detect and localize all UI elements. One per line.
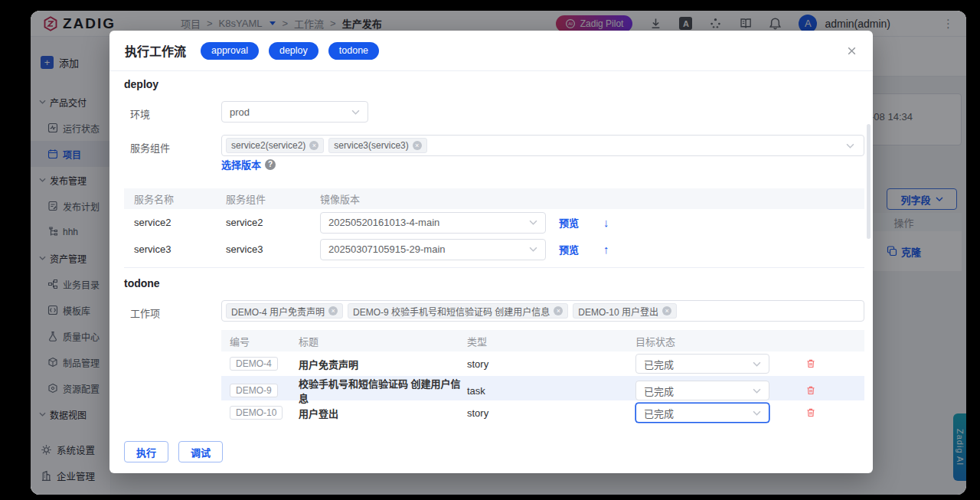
work-item-tag-label: DEMO-9 校验手机号和短信验证码 创建用户信息: [353, 305, 550, 318]
work-item-title: 校验手机号和短信验证码 创建用户信息: [299, 376, 467, 405]
service-name: service2: [134, 217, 226, 228]
remove-tag-icon[interactable]: ×: [554, 306, 563, 315]
chevron-down-icon: [753, 388, 761, 394]
work-item-id-badge: DEMO-9: [230, 384, 278, 397]
work-item-type: story: [467, 407, 635, 419]
table-header-row: 编号 标题 类型 目标状态: [221, 330, 864, 351]
choose-version-label: 选择版本: [221, 157, 261, 172]
remove-tag-icon[interactable]: ×: [328, 306, 338, 315]
stage-pill-todone[interactable]: todone: [328, 42, 379, 60]
work-item-tag: DEMO-4 用户免责声明 ×: [226, 303, 343, 319]
debug-button[interactable]: 调试: [178, 441, 223, 462]
chevron-down-icon: [753, 361, 761, 367]
work-items-multiselect[interactable]: DEMO-4 用户免责声明 × DEMO-9 校验手机号和短信验证码 创建用户信…: [221, 300, 864, 322]
stage-pill-deploy[interactable]: deploy: [269, 42, 318, 60]
execute-workflow-modal: 执行工作流 approval deploy todone deploy 环境 p…: [109, 31, 873, 473]
stage-pills: approval deploy todone: [201, 42, 379, 60]
deploy-section-heading: deploy: [124, 78, 158, 90]
env-value: prod: [230, 106, 250, 118]
preview-link[interactable]: 预览: [559, 215, 603, 230]
work-item-title: 用户登出: [299, 406, 467, 420]
service-tag: service3(service3) ×: [328, 138, 426, 153]
col-id: 编号: [230, 334, 299, 348]
work-item-tag-label: DEMO-10 用户登出: [578, 305, 658, 318]
work-item-title: 用户免责声明: [299, 357, 467, 371]
table-row: DEMO-9 校验手机号和短信验证码 创建用户信息 task 已完成: [221, 376, 864, 400]
close-icon[interactable]: [846, 45, 858, 57]
service-tag-label: service2(service2): [231, 140, 305, 151]
remove-tag-icon[interactable]: ×: [413, 141, 422, 150]
table-row: DEMO-4 用户免责声明 story 已完成: [221, 351, 864, 376]
target-status-value: 已完成: [644, 357, 674, 371]
work-item-id-badge: DEMO-4: [230, 357, 278, 371]
col-service-component: 服务组件: [226, 191, 320, 206]
work-items-label: 工作项: [130, 306, 160, 320]
table-row: service3 service3 20250307105915-29-main…: [124, 236, 864, 263]
chevron-down-icon: [529, 220, 537, 225]
arrow-up-icon[interactable]: ↑: [603, 243, 864, 256]
arrow-down-icon[interactable]: ↓: [603, 216, 864, 229]
execute-button[interactable]: 执行: [124, 441, 168, 462]
chevron-down-icon: [529, 247, 537, 252]
work-item-type: task: [467, 385, 635, 397]
work-items-table: 编号 标题 类型 目标状态 DEMO-4 用户免责声明 story 已完成 DE…: [221, 330, 864, 425]
remove-tag-icon[interactable]: ×: [309, 141, 318, 150]
services-label: 服务组件: [130, 140, 170, 155]
section-divider: [124, 267, 864, 268]
work-item-type: story: [467, 358, 635, 370]
preview-link[interactable]: 预览: [559, 242, 603, 257]
work-item-tag: DEMO-9 校验手机号和短信验证码 创建用户信息 ×: [348, 303, 568, 319]
chevron-down-icon: [753, 410, 761, 416]
delete-row-icon[interactable]: [805, 385, 864, 396]
delete-row-icon[interactable]: [805, 358, 864, 369]
modal-scrollbar[interactable]: [867, 124, 871, 239]
work-item-tag-label: DEMO-4 用户免责声明: [231, 305, 325, 318]
deploy-services-table: 服务名称 服务组件 镜像版本 service2 service2 2025052…: [124, 188, 864, 263]
remove-tag-icon[interactable]: ×: [662, 306, 671, 315]
target-status-select[interactable]: 已完成: [635, 381, 769, 400]
image-version-select[interactable]: 20250520161013-4-main: [320, 212, 546, 234]
target-status-value: 已完成: [644, 384, 674, 398]
work-item-tag: DEMO-10 用户登出 ×: [573, 303, 677, 319]
help-icon[interactable]: ?: [265, 159, 276, 170]
modal-header: 执行工作流 approval deploy todone: [109, 31, 873, 71]
delete-row-icon[interactable]: [805, 407, 864, 418]
stage-pill-approval[interactable]: approval: [201, 42, 259, 60]
env-label: 环境: [130, 106, 150, 121]
work-item-id-badge: DEMO-10: [230, 406, 283, 420]
service-component: service2: [226, 217, 320, 228]
table-header-row: 服务名称 服务组件 镜像版本: [124, 188, 864, 209]
table-row: service2 service2 20250520161013-4-main …: [124, 209, 864, 236]
target-status-value: 已完成: [644, 406, 674, 420]
chevron-down-icon: [351, 109, 360, 115]
col-target-status: 目标状态: [635, 334, 864, 348]
modal-title: 执行工作流: [125, 41, 186, 60]
env-select[interactable]: prod: [221, 101, 368, 123]
service-tag: service2(service2) ×: [226, 138, 324, 153]
col-service-name: 服务名称: [134, 191, 226, 206]
col-type: 类型: [467, 334, 635, 348]
chevron-down-icon: [846, 143, 854, 149]
image-version-select[interactable]: 20250307105915-29-main: [320, 239, 546, 260]
col-image-version: 镜像版本: [320, 191, 864, 206]
app-window: ZADIG 项目 > K8sYAML > 工作流 > 生产发布 AI Zadig…: [31, 11, 966, 495]
modal-footer: 执行 调试: [124, 441, 223, 462]
service-component: service3: [226, 243, 320, 255]
choose-version-link[interactable]: 选择版本 ?: [221, 157, 276, 172]
services-multiselect[interactable]: service2(service2) × service3(service3) …: [221, 135, 864, 156]
target-status-select-focused[interactable]: 已完成: [635, 403, 769, 423]
service-tag-label: service3(service3): [334, 140, 408, 151]
todone-section-heading: todone: [124, 277, 160, 289]
image-version-value: 20250307105915-29-main: [328, 243, 446, 255]
target-status-select[interactable]: 已完成: [635, 354, 769, 374]
image-version-value: 20250520161013-4-main: [328, 217, 439, 228]
service-name: service3: [134, 243, 226, 255]
col-title: 标题: [299, 334, 467, 348]
